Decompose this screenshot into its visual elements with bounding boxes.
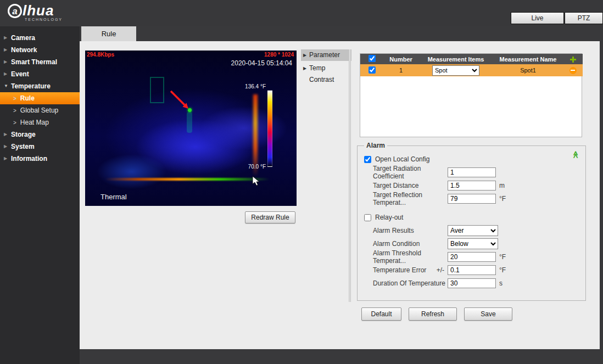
bitrate-overlay: 294.8Kbps <box>87 52 114 58</box>
sidebar: ▶Camera ▶Network ▶Smart Thermal ▶Event ▼… <box>0 26 80 364</box>
chevron-right-icon: > <box>13 96 16 102</box>
temp-max-label: 136.4 °F <box>245 83 266 89</box>
tab-label: Parameter <box>309 51 340 59</box>
measurement-name-cell: Spot1 <box>493 64 563 76</box>
field-row: Alarm Results Aver <box>362 224 585 237</box>
logo-subtext: TECHNOLOGY <box>25 18 63 21</box>
sidebar-item-rule[interactable]: >Rule <box>0 92 80 104</box>
sidebar-item-label: Temperature <box>11 82 51 90</box>
sidebar-item-label: Event <box>11 70 29 78</box>
sidebar-item-information[interactable]: ▶Information <box>0 153 80 165</box>
relay-out-checkbox[interactable] <box>364 214 371 221</box>
field-label: Temperature Error <box>373 266 434 274</box>
tab-parameter[interactable]: ▶Parameter <box>301 49 351 61</box>
default-button[interactable]: Default <box>361 307 401 321</box>
field-label: Alarm Threshold Temperat... <box>373 249 448 265</box>
sidebar-item-event[interactable]: ▶Event <box>0 68 80 80</box>
arrow-right-icon: ▶ <box>303 63 306 74</box>
field-label: Target Reflection Temperat... <box>373 191 448 206</box>
sidebar-item-system[interactable]: ▶System <box>0 141 80 153</box>
alarm-section: Alarm ≪ Open Local Config Target Radiati… <box>357 142 586 301</box>
collapse-arrow-icon: ▼ <box>4 80 8 92</box>
alarm-threshold-temperature-input[interactable] <box>448 252 496 262</box>
live-button[interactable]: Live <box>511 12 564 24</box>
sidebar-item-storage[interactable]: ▶Storage <box>0 128 80 141</box>
dahua-logo: alhua TECHNOLOGY <box>8 2 63 21</box>
tab-label: Temp Contrast <box>309 64 334 83</box>
field-label: Target Distance <box>373 182 448 189</box>
sidebar-item-label: Information <box>11 155 47 163</box>
sidebar-item-heat-map[interactable]: >Heat Map <box>0 116 80 128</box>
field-row: Alarm Threshold Temperat... °F <box>362 250 585 264</box>
timestamp-overlay: 2020-04-15 05:14:04 <box>231 59 292 67</box>
relay-out-label: Relay-out <box>375 214 403 221</box>
target-distance-input[interactable] <box>448 181 496 191</box>
delete-rule-icon[interactable] <box>570 67 577 74</box>
rule-table-row[interactable]: 1 Spot Spot1 <box>360 64 583 76</box>
collapse-section-icon[interactable]: ≪ <box>572 151 580 159</box>
stream-name-overlay: Thermal <box>101 193 127 201</box>
chevron-right-icon: > <box>13 120 16 126</box>
sidebar-item-global-setup[interactable]: >Global Setup <box>0 104 80 116</box>
field-unit: °F <box>499 253 506 261</box>
relay-out-row: Relay-out <box>362 211 585 224</box>
tab-temp-contrast[interactable]: ▶Temp Contrast <box>301 63 351 74</box>
expand-arrow-icon: ▶ <box>4 56 7 68</box>
dahua-web-app: alhua TECHNOLOGY Live PTZ ▶Camera ▶Netwo… <box>0 0 603 364</box>
temperature-scale-bar <box>267 90 272 167</box>
field-label: Target Radiation Coefficient <box>373 165 448 180</box>
mouse-cursor-icon <box>252 176 260 187</box>
top-bar: alhua TECHNOLOGY Live PTZ <box>0 0 603 26</box>
add-rule-icon[interactable] <box>570 57 576 63</box>
select-all-checkbox[interactable] <box>369 55 376 62</box>
field-row: Target Distance m <box>362 179 585 192</box>
column-header-number: Number <box>383 54 418 64</box>
field-label: Duration Of Temperature <box>373 279 448 287</box>
field-row: Alarm Condition Below <box>362 237 585 250</box>
redraw-rule-button[interactable]: Redraw Rule <box>245 211 295 223</box>
main-area: Rule 294.8Kbps 1280 * 1024 2020-04-15 05… <box>80 26 603 364</box>
expand-arrow-icon: ▶ <box>4 153 7 165</box>
field-unit: °F <box>499 266 506 274</box>
measurement-item-select[interactable]: Spot <box>432 65 479 76</box>
thermal-object-shape <box>187 112 192 133</box>
red-arrow-icon <box>169 89 192 112</box>
field-row: Duration Of Temperature s <box>362 277 585 290</box>
sidebar-item-network[interactable]: ▶Network <box>0 44 80 56</box>
content-panel: 294.8Kbps 1280 * 1024 2020-04-15 05:14:0… <box>80 41 600 349</box>
logo-mark: a <box>8 4 22 18</box>
parameter-panel-tabs: ▶Parameter ▶Temp Contrast <box>301 49 351 76</box>
sidebar-item-temperature[interactable]: ▼Temperature <box>0 80 80 92</box>
temp-min-label: 70.0 °F <box>248 164 266 170</box>
rule-row-checkbox[interactable] <box>369 66 376 74</box>
column-header-measurement-items: Measurement Items <box>418 54 493 64</box>
alarm-results-select[interactable]: Aver <box>448 225 498 236</box>
sidebar-item-label: System <box>11 143 35 150</box>
tab-rule[interactable]: Rule <box>81 26 136 41</box>
chevron-right-icon: > <box>13 108 16 114</box>
thermal-preview[interactable]: 294.8Kbps 1280 * 1024 2020-04-15 05:14:0… <box>85 51 297 206</box>
target-radiation-coefficient-input[interactable] <box>448 167 496 177</box>
sidebar-item-smart-thermal[interactable]: ▶Smart Thermal <box>0 56 80 68</box>
temperature-error-input[interactable] <box>448 265 496 275</box>
open-local-config-row: Open Local Config <box>362 153 585 166</box>
field-row: Target Reflection Temperat... °F <box>362 192 585 205</box>
expand-arrow-icon: ▶ <box>4 68 7 80</box>
refresh-button[interactable]: Refresh <box>409 307 457 321</box>
duration-of-temperature-input[interactable] <box>448 278 496 288</box>
field-unit: m <box>499 182 505 189</box>
alarm-condition-select[interactable]: Below <box>448 238 498 249</box>
open-local-config-checkbox[interactable] <box>364 156 371 163</box>
arrow-right-icon: ▶ <box>303 49 306 61</box>
sidebar-item-camera[interactable]: ▶Camera <box>0 32 80 44</box>
target-reflection-temperature-input[interactable] <box>448 194 496 204</box>
field-row: Temperature Error +/- °F <box>362 264 585 277</box>
resolution-overlay: 1280 * 1024 <box>264 52 294 58</box>
expand-arrow-icon: ▶ <box>4 44 7 56</box>
ptz-button[interactable]: PTZ <box>565 12 603 24</box>
sidebar-item-label: Rule <box>20 94 35 102</box>
sidebar-item-label: Global Setup <box>20 107 58 114</box>
save-button[interactable]: Save <box>464 307 512 321</box>
rule-number-cell: 1 <box>383 64 418 76</box>
thermal-warm-streak <box>105 178 270 181</box>
